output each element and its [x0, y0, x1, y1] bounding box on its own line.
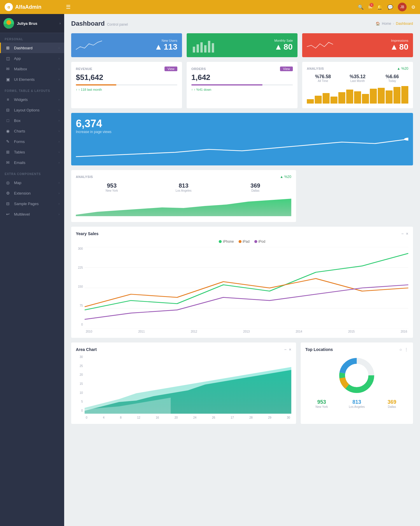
sidebar-item-forms[interactable]: ✎ Forms ›	[0, 136, 64, 147]
bell-icon[interactable]: 🔔	[377, 4, 383, 10]
breadcrumb-home-link[interactable]: Home	[382, 22, 391, 26]
area-chart-close-button[interactable]: ×	[289, 347, 291, 352]
sidebar-user[interactable]: Juliya Brus ›	[0, 14, 64, 33]
revenue-card: REVENUE View $51,642 ↑ ↑ 118 last month	[71, 62, 182, 108]
yearly-sales-title: Yeary Sales	[76, 231, 99, 236]
bar-10	[378, 88, 385, 104]
sidebar-arrow-icon: ›	[59, 213, 60, 216]
svg-rect-5	[200, 42, 203, 53]
orders-label: ORDERS	[191, 67, 206, 71]
sidebar-avatar	[4, 18, 14, 29]
sidebar-box-label: Box	[14, 118, 59, 123]
yearly-sales-svg-wrap: 2010 2011 2012 2013 2014 2015 2016	[85, 247, 408, 333]
sidebar-item-emails[interactable]: ✉ Emails ›	[0, 157, 64, 168]
sidebar-item-sample-pages[interactable]: ⊟ Sample Pages ›	[0, 198, 64, 209]
menu-toggle-button[interactable]: ☰	[66, 4, 71, 10]
bar-4	[330, 97, 337, 104]
legend-ipad-dot	[239, 240, 242, 243]
svg-rect-3	[193, 47, 195, 53]
settings-icon[interactable]: ⚙	[411, 4, 415, 10]
revenue-view-button[interactable]: View	[164, 67, 177, 71]
legend-ipad: iPad	[239, 240, 250, 244]
sidebar-arrow-icon: ›	[59, 202, 60, 205]
bar-6	[346, 90, 353, 104]
box-icon: □	[5, 118, 11, 123]
orders-card: ORDERS View 1,642 ↑ ↑ %41 down	[187, 62, 298, 108]
orders-footer: ↑ ↑ %41 down	[191, 88, 293, 91]
donut-svg	[338, 357, 376, 394]
sidebar-arrow-icon: ›	[59, 119, 60, 122]
legend-ipod-dot	[254, 240, 257, 243]
charts-icon: ◉	[5, 129, 11, 133]
locations-menu-button[interactable]: ⋮	[404, 347, 408, 352]
sample-pages-icon: ⊟	[5, 201, 11, 206]
search-icon[interactable]: 🔍	[358, 4, 364, 10]
chart-minimize-button[interactable]: −	[401, 231, 404, 236]
area-chart-minimize-button[interactable]: −	[284, 347, 286, 352]
page-title: Dashboard	[71, 20, 105, 27]
ui-elements-icon: ▣	[5, 77, 11, 82]
sidebar-arrow-icon: ›	[59, 98, 60, 101]
sidebar-item-box[interactable]: □ Box ›	[0, 115, 64, 126]
area-chart-svg-wrap: 0 4 8 12 16 20 24 26 17 28 29 30	[85, 355, 291, 419]
chat-icon[interactable]: 💬	[387, 4, 393, 10]
new-users-sparkline	[76, 38, 102, 53]
sidebar-item-app[interactable]: ◫ App ›	[0, 53, 64, 64]
stat-card-impressions-value: 80	[399, 42, 408, 52]
breadcrumb-separator: ›	[393, 22, 394, 26]
stat-card-impressions-label: Impressions	[390, 39, 408, 42]
chart-close-button[interactable]: ×	[406, 231, 408, 236]
location-newyork-label: New York	[305, 405, 338, 408]
svg-point-9	[404, 138, 408, 141]
orders-view-button[interactable]: View	[280, 67, 293, 71]
legend-iphone-dot	[219, 240, 222, 243]
bar-11	[386, 90, 393, 104]
bar-1	[307, 99, 314, 104]
sidebar-item-tables[interactable]: ⊞ Tables ›	[0, 147, 64, 157]
page-views-label: Increase in page views	[76, 130, 408, 134]
avatar[interactable]: JB	[398, 3, 407, 11]
stat-card-monthly-sale: Monthly Sale ▲ 80	[187, 33, 298, 57]
location-losangeles: 813 Los Angeles	[340, 399, 373, 408]
sidebar-item-mailbox[interactable]: ✉ Mailbox ›	[0, 64, 64, 74]
bar-12	[393, 87, 400, 104]
page-views-card: 6,374 Increase in page views	[71, 113, 413, 165]
sidebar-item-extension[interactable]: ⚙ Extension ›	[0, 188, 64, 198]
sidebar-arrow-icon: ›	[59, 57, 60, 60]
legend-ipad-label: iPad	[243, 240, 250, 244]
emails-icon: ✉	[5, 160, 11, 165]
sidebar-charts-label: Charts	[14, 129, 59, 133]
top-locations-card: Top Locations ○ ⋮	[301, 342, 413, 424]
analysis-stat-lastmonth: %35.12 Last Month	[342, 74, 374, 83]
sidebar-section-extra: EXTRA COMPONENTS	[0, 168, 64, 177]
multilevel-icon: ↩	[5, 212, 11, 216]
mail-icon[interactable]: ✉ 1	[368, 4, 372, 10]
sidebar-item-layout[interactable]: ⊟ Layout Options ›	[0, 105, 64, 115]
sidebar-item-map[interactable]: ◎ Map ›	[0, 177, 64, 188]
sidebar-tables-label: Tables	[14, 150, 59, 154]
analysis-stat-today: %6.66 Today	[376, 74, 408, 83]
sidebar: Juliya Brus › PERSONAL ⊞ Dashboard › ◫ A…	[0, 14, 64, 526]
svg-rect-4	[197, 44, 199, 53]
sidebar-item-ui-elements[interactable]: ▣ UI Elements ›	[0, 74, 64, 85]
analysis-top-panel: ANALYSIS ▲ %20 %76.58 All Time %35.12 La…	[302, 62, 413, 108]
location-dallas: 369 Dallas	[376, 399, 408, 408]
chart-legend: iPhone iPad iPod	[76, 240, 408, 244]
location-dallas-label: Dallas	[376, 405, 408, 408]
sidebar-mailbox-label: Mailbox	[14, 67, 59, 71]
sidebar-arrow-icon: ›	[59, 151, 60, 154]
sidebar-item-multilevel[interactable]: ↩ Multilevel ›	[0, 209, 64, 219]
sidebar-item-dashboard[interactable]: ⊞ Dashboard ›	[0, 43, 64, 53]
widgets-icon: ≡	[5, 97, 11, 102]
locations-circle-button[interactable]: ○	[400, 347, 402, 352]
stat-card-monthly-label: Monthly Sale	[274, 39, 293, 42]
sidebar-section-forms: FORMS, TABLE & LAYOUTS	[0, 85, 64, 94]
stat-card-new-users: New Users ▲ 113	[71, 33, 182, 57]
analysis-bar-chart	[307, 86, 408, 104]
sidebar-item-widgets[interactable]: ≡ Widgets ›	[0, 94, 64, 105]
analysis-bottom-change: ▲ %20	[280, 175, 291, 179]
analysis-bottom-label: ANALYSIS	[76, 175, 93, 179]
sidebar-arrow-icon: ›	[59, 67, 60, 71]
sidebar-arrow-icon: ›	[59, 192, 60, 195]
sidebar-item-charts[interactable]: ◉ Charts ›	[0, 126, 64, 136]
